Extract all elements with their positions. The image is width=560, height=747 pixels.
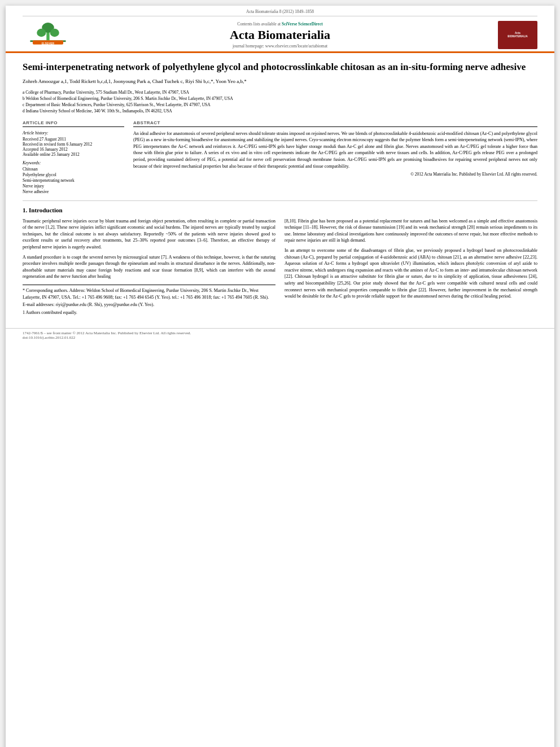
intro-body-columns: Traumatic peripheral nerve injuries occu…: [23, 218, 537, 317]
article-title: Semi-interpenetrating network of polyeth…: [23, 61, 537, 73]
footnote-email: E-mail addresses: riyi@purdue.edu (R. Sh…: [23, 302, 275, 308]
keyword-4: Nerve injury: [23, 184, 124, 189]
keyword-2: Polyethylene glycol: [23, 172, 124, 177]
intro-col-right: [8,10]. Fibrin glue has been proposed as…: [285, 218, 537, 317]
section-divider: [23, 200, 537, 201]
copyright-line: © 2012 Acta Materialia Inc. Published by…: [133, 172, 537, 177]
affiliations: a College of Pharmacy, Purdue University…: [23, 89, 537, 115]
authors-text: Zohreh Amoozgar a,1, Todd Rickett b,c,d,…: [23, 78, 247, 84]
intro-col-left: Traumatic peripheral nerve injuries occu…: [23, 218, 275, 317]
elsevier-tree-icon: ELSEVIER: [28, 23, 68, 48]
intro-para-1: Traumatic peripheral nerve injuries occu…: [23, 218, 275, 251]
journal-top-bar: Acta Biomaterialia 8 (2012) 1849–1858: [23, 9, 537, 16]
top-citation: Acta Biomaterialia 8 (2012) 1849–1858: [246, 9, 314, 14]
svg-point-3: [37, 28, 46, 36]
keyword-5: Nerve adhesive: [23, 189, 124, 194]
journal-title-center: Contents lists available at SciVerse Sci…: [73, 21, 487, 49]
history-label: Article history:: [23, 130, 124, 136]
footnote-equal: 1 Authors contributed equally.: [23, 309, 275, 316]
info-abstract-row: ARTICLE INFO Article history: Received 2…: [23, 120, 537, 195]
affiliation-c: c Department of Basic Medical Sciences, …: [23, 102, 537, 108]
keyword-3: Semi-interpenetrating network: [23, 178, 124, 183]
keyword-1: Chitosan: [23, 167, 124, 172]
acta-biomaterialia-logo: ActaBIOMATERIALIA: [498, 21, 537, 49]
abstract-text: An ideal adhesive for anastomosis of sev…: [133, 130, 537, 170]
intro-heading: 1. Introduction: [23, 207, 537, 213]
article-info-column: ARTICLE INFO Article history: Received 2…: [23, 120, 124, 195]
footnotes: * Corresponding authors. Address: Weldon…: [23, 285, 275, 316]
abstract-column: ABSTRACT An ideal adhesive for anastomos…: [133, 120, 537, 195]
affiliation-d: d Indiana University School of Medicine,…: [23, 108, 537, 114]
keywords-list: Chitosan Polyethylene glycol Semi-interp…: [23, 167, 124, 194]
authors: Zohreh Amoozgar a,1, Todd Rickett b,c,d,…: [23, 78, 537, 86]
journal-homepage: journal homepage: www.elsevier.com/locat…: [73, 43, 487, 49]
intro-para-3: [8,10]. Fibrin glue has been proposed as…: [285, 218, 537, 244]
article-info-heading: ARTICLE INFO: [23, 120, 124, 127]
contents-line: Contents lists available at SciVerse Sci…: [73, 21, 487, 27]
acta-logo-box: ActaBIOMATERIALIA: [487, 21, 537, 49]
affiliation-b: b Weldon School of Biomedical Engineerin…: [23, 95, 537, 102]
footnote-corresponding: * Corresponding authors. Address: Weldon…: [23, 287, 275, 300]
sciverse-link[interactable]: SciVerse ScienceDirect: [282, 21, 323, 27]
svg-text:ELSEVIER: ELSEVIER: [42, 42, 55, 45]
doi-line: doi:10.1016/j.actbio.2012.01.022: [23, 335, 537, 340]
keywords-label: Keywords:: [23, 160, 124, 165]
intro-para-4: In an attempt to overcome some of the di…: [285, 247, 537, 300]
issn-line: 1742-7061/$ – see front matter © 2012 Ac…: [23, 331, 537, 335]
article-content: Semi-interpenetrating network of polyeth…: [6, 53, 554, 322]
abstract-heading: ABSTRACT: [133, 120, 537, 127]
journal-branding: ELSEVIER Contents lists available at Sci…: [23, 19, 537, 51]
intro-para-2: A standard procedure is to coapt the sev…: [23, 254, 275, 280]
page: Acta Biomaterialia 8 (2012) 1849–1858 EL…: [6, 6, 554, 747]
elsevier-logo: ELSEVIER: [23, 23, 73, 48]
bottom-bar: 1742-7061/$ – see front matter © 2012 Ac…: [6, 328, 554, 342]
affiliation-a: a College of Pharmacy, Purdue University…: [23, 89, 537, 95]
journal-title: Acta Biomaterialia: [73, 28, 487, 42]
received-date: Received 27 August 2011 Received in revi…: [23, 137, 124, 157]
journal-header: Acta Biomaterialia 8 (2012) 1849–1858 EL…: [6, 6, 554, 51]
svg-point-4: [50, 28, 59, 36]
